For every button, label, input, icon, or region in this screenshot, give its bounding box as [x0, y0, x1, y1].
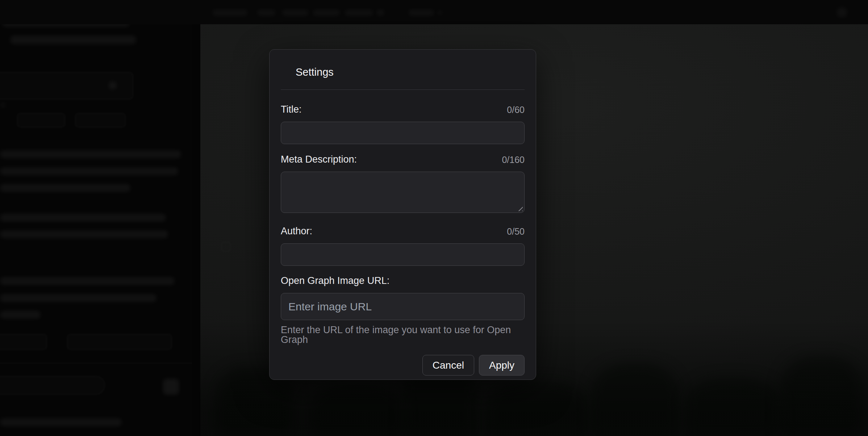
dimmed-button	[0, 334, 47, 350]
apply-button[interactable]: Apply	[479, 355, 525, 376]
dimmed-manage-knowledge-button	[67, 334, 172, 350]
dimmed-text-line	[0, 167, 178, 175]
title-field-header: Title: 0/60	[281, 104, 525, 116]
meta-description-textarea[interactable]	[281, 172, 525, 213]
dimmed-nav-item	[257, 9, 276, 16]
dimmed-text-line	[0, 294, 157, 302]
dimmed-chevron-down-icon	[437, 11, 443, 14]
meta-description-label: Meta Description:	[281, 154, 357, 165]
author-input[interactable]	[281, 243, 525, 266]
author-char-counter: 0/50	[507, 226, 525, 237]
dimmed-nav-item	[408, 9, 434, 16]
title-char-counter: 0/60	[507, 104, 525, 116]
meta-description-field-header: Meta Description: 0/160	[281, 154, 525, 165]
dimmed-nav-item	[376, 9, 385, 16]
dimmed-toolbar-icon	[837, 7, 847, 17]
dimmed-nav-item	[212, 9, 248, 16]
dimmed-close-icon	[109, 81, 117, 89]
og-image-field-header: Open Graph Image URL:	[281, 275, 525, 287]
dimmed-chat-input	[0, 376, 105, 395]
author-label: Author:	[281, 225, 312, 237]
og-image-helper-text: Enter the URL of the image you want to u…	[281, 325, 525, 345]
author-field-header: Author: 0/50	[281, 225, 525, 237]
top-navigation-bar	[0, 0, 868, 24]
dimmed-nav-item	[282, 9, 309, 16]
dimmed-canvas-button	[17, 113, 65, 127]
meta-description-char-counter: 0/160	[502, 154, 525, 165]
dialog-title: Settings	[296, 66, 525, 79]
dialog-actions: Cancel Apply	[281, 355, 525, 376]
header-divider	[281, 89, 525, 90]
dimmed-nav-item	[313, 9, 340, 16]
dimmed-text-line	[0, 311, 41, 319]
dimmed-text-line	[0, 150, 181, 158]
dimmed-text-line	[0, 184, 130, 192]
og-image-url-label: Open Graph Image URL:	[281, 275, 389, 287]
title-label: Title:	[281, 104, 302, 116]
dimmed-text-line	[0, 277, 175, 285]
title-input[interactable]	[281, 122, 525, 144]
dimmed-text-fragment	[0, 102, 6, 108]
dimmed-text-line	[0, 230, 168, 238]
dimmed-text-line	[0, 214, 166, 222]
sidebar	[0, 0, 192, 436]
dimmed-nav-item	[345, 9, 374, 16]
dimmed-grid-icon	[221, 242, 231, 251]
sidebar-divider	[0, 363, 192, 363]
settings-dialog: Settings Title: 0/60 Meta Description: 0…	[269, 49, 536, 380]
dimmed-preview-button	[75, 113, 126, 127]
dialog-header: Settings	[270, 50, 536, 79]
dimmed-text-line	[0, 418, 122, 426]
og-image-url-input[interactable]	[281, 293, 525, 320]
cancel-button[interactable]: Cancel	[422, 355, 474, 376]
dimmed-send-icon	[163, 379, 179, 395]
dimmed-text-line	[10, 35, 136, 44]
